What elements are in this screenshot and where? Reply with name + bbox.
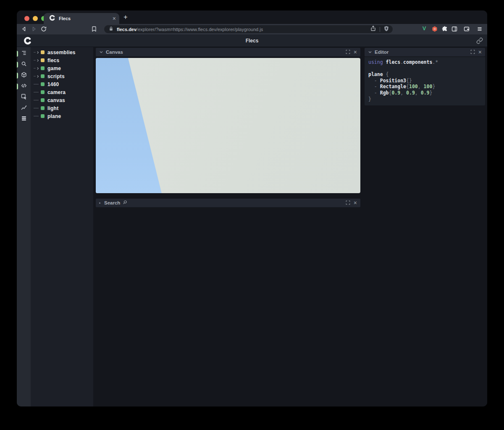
icon-sidebar xyxy=(17,47,31,406)
search-panel: Search × xyxy=(96,199,360,207)
canvas-panel: Canvas × xyxy=(96,48,360,193)
code-line xyxy=(368,66,481,72)
tree-item-label: camera xyxy=(47,89,66,95)
code-icon xyxy=(21,82,27,91)
url-path: /explorer/?wasm=https://www.flecs.dev/ex… xyxy=(136,27,263,32)
leaf-dash xyxy=(34,108,41,108)
entity-color-swatch xyxy=(41,90,45,94)
back-button[interactable] xyxy=(21,26,27,32)
vue-devtools-extension-button[interactable]: V xyxy=(421,25,428,32)
entity-color-swatch xyxy=(41,98,45,102)
expand-chevron-icon[interactable] xyxy=(34,59,41,62)
tree-item-label: assemblies xyxy=(47,50,76,55)
traffic-light-close-button[interactable] xyxy=(24,16,29,21)
fullscreen-icon[interactable] xyxy=(470,48,475,56)
brave-shield-button[interactable] xyxy=(383,26,389,33)
wallet-button[interactable] xyxy=(463,26,470,32)
tree-item-label: game xyxy=(47,66,61,71)
app-body: assembliesflecsgamescripts1460cameracanv… xyxy=(17,47,487,406)
entity-color-swatch xyxy=(41,74,45,78)
cube-3d-icon xyxy=(21,71,27,80)
bookmark-icon[interactable] xyxy=(91,26,97,32)
share-link-icon[interactable] xyxy=(476,37,483,44)
tree-item-label: light xyxy=(47,105,58,111)
forward-button[interactable] xyxy=(31,26,37,32)
active-indicator-pill xyxy=(17,51,18,57)
hexagon-extension-button[interactable] xyxy=(431,26,438,32)
entity-tree: assembliesflecsgamescripts1460cameracanv… xyxy=(31,47,93,406)
tree-item-camera[interactable]: camera xyxy=(31,88,93,96)
address-bar-divider xyxy=(380,27,380,32)
expand-chevron-icon[interactable] xyxy=(34,67,41,70)
url-text: flecs.dev/explorer/?wasm=https://www.fle… xyxy=(117,27,370,32)
tree-item-label: 1460 xyxy=(47,81,59,87)
extensions-puzzle-button[interactable] xyxy=(441,26,448,32)
active-indicator-pill xyxy=(17,84,18,89)
active-indicator-pill xyxy=(17,62,18,68)
canvas-panel-header[interactable]: Canvas × xyxy=(96,48,360,57)
chevron-down-icon[interactable] xyxy=(368,48,372,56)
sidebar-toggle-button[interactable] xyxy=(451,26,458,32)
collapsed-indicator-dot[interactable] xyxy=(99,202,100,204)
panel-title: Canvas xyxy=(106,50,123,55)
leaf-dash xyxy=(34,100,41,100)
chevron-down-icon[interactable] xyxy=(99,48,103,56)
new-tab-button[interactable]: + xyxy=(122,13,129,21)
close-icon[interactable]: × xyxy=(354,49,357,55)
tree-item-1460[interactable]: 1460 xyxy=(31,80,93,88)
entity-tree-icon xyxy=(21,50,27,58)
code-line: - Position3{} xyxy=(368,78,481,84)
expand-chevron-icon[interactable] xyxy=(34,51,41,54)
entity-color-swatch xyxy=(41,82,45,86)
app-header: Flecs xyxy=(17,34,487,47)
flecs-favicon-icon xyxy=(49,15,55,23)
close-icon[interactable]: × xyxy=(354,200,357,206)
traffic-light-minimize-button[interactable] xyxy=(33,16,38,21)
fullscreen-icon[interactable] xyxy=(346,48,350,56)
tree-item-game[interactable]: game xyxy=(31,64,93,72)
code-editor[interactable]: using flecs.components.* plane { - Posit… xyxy=(365,57,485,105)
code-line: plane { xyxy=(368,71,481,78)
close-icon[interactable]: × xyxy=(478,49,482,55)
expand-chevron-icon[interactable] xyxy=(34,75,41,78)
inspect-cursor-icon xyxy=(21,93,27,102)
tree-item-flecs[interactable]: flecs xyxy=(31,56,93,64)
page-title: Flecs xyxy=(17,38,487,44)
canvas-3d-viewport[interactable] xyxy=(96,58,360,193)
browser-window: Flecs × + flecs.dev/explorer/?wasm=https… xyxy=(17,10,487,406)
leaf-dash xyxy=(34,92,41,92)
tree-item-light[interactable]: light xyxy=(31,104,93,112)
search-panel-header[interactable]: Search × xyxy=(96,199,360,207)
tree-item-scripts[interactable]: scripts xyxy=(31,72,93,80)
menu-button[interactable] xyxy=(476,26,483,32)
sidebar-rows-list-button[interactable] xyxy=(17,114,31,125)
entity-color-swatch xyxy=(41,58,45,62)
tree-item-plane[interactable]: plane xyxy=(31,112,93,120)
share-button[interactable] xyxy=(370,25,376,33)
url-domain: flecs.dev xyxy=(117,27,136,32)
tree-item-label: flecs xyxy=(47,58,59,63)
sidebar-stats-chart-button[interactable] xyxy=(17,103,31,114)
lock-icon xyxy=(108,26,114,33)
address-bar[interactable]: flecs.dev/explorer/?wasm=https://www.fle… xyxy=(104,25,393,33)
search-icon xyxy=(122,199,127,207)
leaf-dash xyxy=(34,84,41,84)
browser-toolbar: flecs.dev/explorer/?wasm=https://www.fle… xyxy=(17,24,487,34)
sidebar-query-search-button[interactable] xyxy=(17,59,31,70)
entity-color-swatch xyxy=(41,114,45,118)
tree-item-canvas[interactable]: canvas xyxy=(31,96,93,104)
fullscreen-icon[interactable] xyxy=(346,199,350,207)
close-tab-icon[interactable]: × xyxy=(113,16,116,21)
editor-panel-header[interactable]: Editor × xyxy=(365,48,485,57)
tree-item-label: plane xyxy=(47,113,61,119)
editor-panel: Editor × using flecs.components.* plane … xyxy=(365,48,485,105)
sidebar-inspect-cursor-button[interactable] xyxy=(17,92,31,103)
entity-color-swatch xyxy=(41,66,45,70)
code-line: - Rgb{0.9, 0.9, 0.9} xyxy=(368,90,481,96)
browser-tab-flecs[interactable]: Flecs × xyxy=(44,13,119,24)
sidebar-cube-3d-button[interactable] xyxy=(17,70,31,81)
sidebar-entity-tree-button[interactable] xyxy=(17,48,31,59)
tree-item-assemblies[interactable]: assemblies xyxy=(31,48,93,56)
sidebar-code-button[interactable] xyxy=(17,81,31,92)
reload-button[interactable] xyxy=(40,26,47,32)
